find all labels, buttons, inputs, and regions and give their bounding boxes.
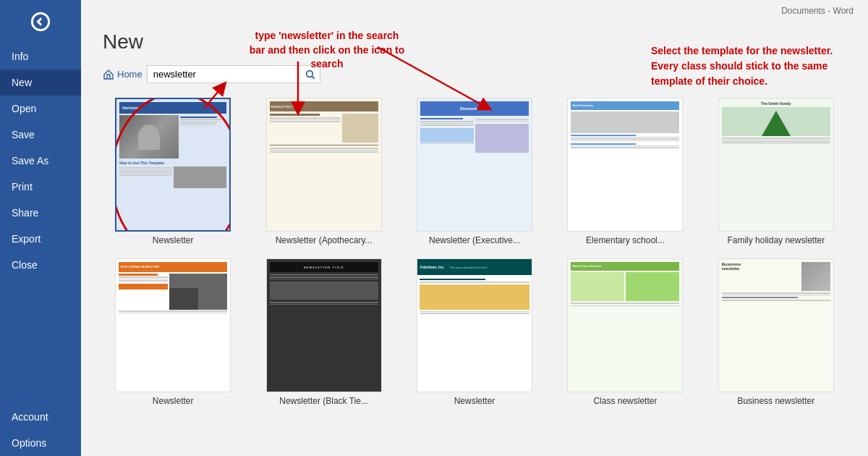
sidebar-item-account[interactable]: Account [0, 404, 81, 430]
sidebar-item-close[interactable]: Close [0, 252, 81, 278]
template-label: Business newsletter [737, 396, 814, 406]
template-newsletter-fabrikam[interactable]: Fabrikam, Inc. "The most natural food is… [404, 258, 545, 406]
sidebar: Info New Open Save Save As Print Share E… [0, 0, 81, 456]
template-newsletter-business[interactable]: Business newsletter [706, 258, 846, 406]
sidebar-item-open[interactable]: Open [0, 96, 81, 122]
template-newsletter-exec[interactable]: [Newsletter Title] [404, 98, 545, 245]
breadcrumb: Documents - Word [781, 6, 854, 16]
sidebar-item-share[interactable]: Share [0, 200, 81, 226]
template-newsletter-class[interactable]: Weekly Class Newsletter Class newsletter [555, 258, 695, 406]
template-newsletter-1[interactable]: Northwind [103, 98, 243, 245]
template-label: Newsletter (Executive... [429, 235, 520, 245]
svg-point-1 [306, 70, 312, 77]
templates-grid-row2: YOUR COMPANY NEWSLETTER [103, 258, 846, 406]
search-input[interactable] [147, 65, 320, 83]
page-title: New [103, 30, 846, 54]
search-input-wrap [147, 65, 320, 83]
sidebar-item-save-as[interactable]: Save As [0, 148, 81, 174]
search-button[interactable] [305, 69, 316, 80]
sidebar-item-info[interactable]: Info [0, 43, 81, 69]
template-newsletter-blacktie[interactable]: NEWSLETTER TITLE Newsletter (Black Tie..… [253, 258, 393, 406]
main-content: Documents - Word New Home [81, 0, 868, 456]
template-newsletter-apo[interactable]: NEWSLETTER TITLE [253, 98, 393, 245]
sidebar-item-export[interactable]: Export [0, 226, 81, 252]
home-link[interactable]: Home [103, 69, 142, 80]
template-label: Newsletter (Black Tie... [279, 396, 368, 406]
template-label: Newsletter [454, 396, 495, 406]
sidebar-item-save[interactable]: Save [0, 122, 81, 148]
template-newsletter-holiday[interactable]: The Smith Family Family holiday newslett… [706, 98, 846, 245]
template-label: Family holiday newsletter [727, 235, 825, 245]
svg-line-2 [312, 76, 315, 79]
template-label: Newsletter [153, 235, 194, 245]
templates-grid-row1: Northwind [103, 98, 846, 245]
svg-point-0 [32, 13, 48, 30]
template-label: Newsletter (Apothecary... [276, 235, 373, 245]
content-area: New Home [81, 16, 868, 456]
search-bar: Home [103, 65, 846, 83]
template-label: Newsletter [153, 396, 194, 406]
top-bar: Documents - Word [81, 0, 868, 16]
sidebar-item-options[interactable]: Options [0, 430, 81, 456]
template-label: Elementary school... [586, 235, 665, 245]
sidebar-item-print[interactable]: Print [0, 174, 81, 200]
template-newsletter-elem[interactable]: Birch Elementary Elementary sch [555, 98, 695, 245]
template-label: Class newsletter [593, 396, 657, 406]
back-button[interactable] [0, 0, 81, 43]
template-newsletter-company[interactable]: YOUR COMPANY NEWSLETTER [103, 258, 243, 406]
sidebar-item-new[interactable]: New [0, 69, 81, 96]
